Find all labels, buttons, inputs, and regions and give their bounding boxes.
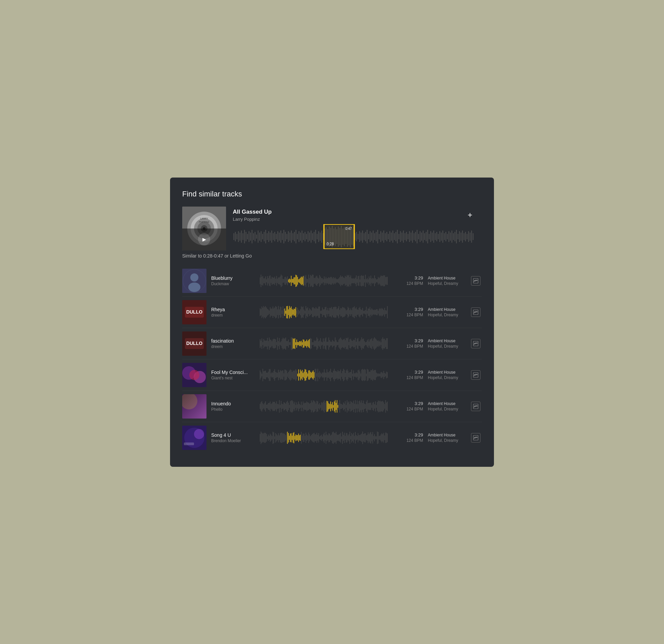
svg-rect-620 <box>269 369 270 381</box>
svg-rect-829 <box>340 404 341 409</box>
track-row: DULLO Rheya dreem 3:29 124 BPM Ambient H… <box>182 297 482 328</box>
svg-rect-207 <box>287 277 288 285</box>
svg-rect-709 <box>368 369 369 380</box>
svg-rect-519 <box>327 342 327 345</box>
track-genre-name: Ambient House <box>428 276 465 281</box>
svg-rect-61 <box>312 233 313 240</box>
svg-rect-13 <box>240 233 241 241</box>
svg-rect-762 <box>267 404 268 408</box>
svg-rect-1018 <box>382 434 383 441</box>
svg-rect-775 <box>279 400 280 412</box>
svg-rect-409 <box>352 307 353 317</box>
svg-rect-944 <box>315 434 315 441</box>
svg-rect-531 <box>338 342 338 345</box>
svg-rect-40 <box>281 230 282 243</box>
svg-rect-272 <box>362 276 363 285</box>
svg-rect-926 <box>285 434 285 442</box>
svg-point-174 <box>190 274 199 282</box>
svg-rect-396 <box>340 308 341 316</box>
svg-rect-957 <box>327 435 327 441</box>
svg-rect-1010 <box>375 436 376 439</box>
wml-icon[interactable] <box>471 370 480 380</box>
add-button[interactable]: + <box>465 209 475 221</box>
svg-rect-273 <box>364 276 364 286</box>
svg-rect-554 <box>359 341 359 346</box>
svg-rect-640 <box>287 373 288 377</box>
svg-rect-395 <box>339 310 340 315</box>
svg-rect-917 <box>276 434 277 441</box>
svg-rect-796 <box>298 401 299 411</box>
svg-rect-755 <box>261 402 262 410</box>
svg-rect-179 <box>262 277 262 285</box>
svg-rect-410 <box>353 307 354 317</box>
svg-rect-660 <box>323 372 324 377</box>
svg-rect-431 <box>373 309 373 315</box>
svg-rect-575 <box>378 340 378 347</box>
svg-rect-810 <box>311 400 312 412</box>
svg-rect-338 <box>275 306 276 318</box>
svg-text:LARRY: LARRY <box>200 217 208 220</box>
svg-rect-398 <box>342 307 343 317</box>
svg-rect-650 <box>296 370 297 379</box>
svg-rect-907 <box>267 437 268 439</box>
svg-rect-357 <box>305 311 305 314</box>
svg-rect-882 <box>328 401 328 411</box>
svg-rect-824 <box>324 400 325 412</box>
wml-icon[interactable] <box>471 276 480 285</box>
svg-rect-679 <box>340 369 341 380</box>
svg-rect-757 <box>263 403 263 409</box>
svg-rect-231 <box>325 279 326 283</box>
svg-rect-282 <box>372 279 372 283</box>
svg-rect-921 <box>280 433 281 442</box>
wml-icon[interactable] <box>471 339 480 348</box>
svg-rect-914 <box>274 432 274 443</box>
svg-rect-687 <box>348 370 349 379</box>
svg-rect-812 <box>313 400 313 412</box>
svg-rect-440 <box>380 309 381 315</box>
svg-rect-500 <box>292 337 292 350</box>
svg-rect-196 <box>277 279 278 283</box>
svg-rect-142 <box>435 233 436 240</box>
svg-rect-648 <box>294 370 295 380</box>
svg-rect-904 <box>265 433 265 443</box>
svg-rect-966 <box>335 433 336 442</box>
svg-rect-1023 <box>387 434 388 442</box>
svg-rect-327 <box>265 306 266 318</box>
svg-rect-825 <box>325 403 326 410</box>
hero-play-button[interactable]: ▶ <box>198 233 210 245</box>
wml-icon[interactable] <box>471 307 480 317</box>
svg-rect-704 <box>364 369 364 380</box>
svg-rect-202 <box>283 279 284 283</box>
svg-rect-651 <box>315 369 315 381</box>
svg-rect-546 <box>351 340 352 347</box>
wml-icon[interactable] <box>471 433 480 443</box>
svg-rect-774 <box>278 404 279 408</box>
svg-rect-300 <box>288 280 289 282</box>
svg-rect-125 <box>409 231 410 242</box>
svg-rect-439 <box>380 308 380 316</box>
svg-rect-350 <box>298 310 299 315</box>
svg-rect-22 <box>253 233 254 240</box>
svg-rect-776 <box>280 405 281 408</box>
svg-rect-201 <box>282 276 283 286</box>
svg-rect-164 <box>468 231 469 242</box>
main-panel: Find similar tracks LARRY POPPINZ ▶ <box>170 178 494 467</box>
svg-rect-137 <box>427 230 428 243</box>
svg-rect-622 <box>271 373 272 377</box>
svg-rect-771 <box>275 403 276 409</box>
svg-rect-947 <box>317 435 318 441</box>
svg-rect-558 <box>362 339 363 348</box>
svg-rect-446 <box>386 310 387 314</box>
svg-rect-721 <box>379 374 379 376</box>
svg-rect-330 <box>268 309 269 315</box>
svg-rect-349 <box>297 308 298 317</box>
wml-icon[interactable] <box>471 402 480 411</box>
svg-rect-255 <box>347 275 348 286</box>
svg-rect-475 <box>269 338 270 350</box>
svg-rect-689 <box>350 372 350 378</box>
svg-rect-977 <box>345 436 346 440</box>
svg-rect-238 <box>331 277 332 284</box>
track-artist: Phello <box>211 407 255 412</box>
svg-rect-271 <box>361 275 362 286</box>
svg-rect-138 <box>429 234 430 239</box>
